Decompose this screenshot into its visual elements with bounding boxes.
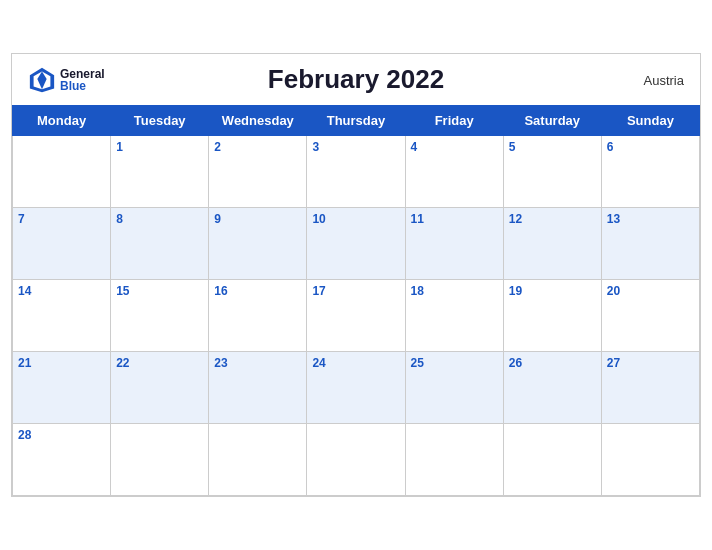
week-row-5: 28 — [13, 424, 700, 496]
calendar-cell: 25 — [405, 352, 503, 424]
calendar-cell: 1 — [111, 136, 209, 208]
day-number: 21 — [18, 356, 105, 370]
day-number: 26 — [509, 356, 596, 370]
calendar-cell: 22 — [111, 352, 209, 424]
day-number: 11 — [411, 212, 498, 226]
calendar-cell: 14 — [13, 280, 111, 352]
day-number: 1 — [116, 140, 203, 154]
day-number: 4 — [411, 140, 498, 154]
calendar-cell: 26 — [503, 352, 601, 424]
day-number: 28 — [18, 428, 105, 442]
day-number: 16 — [214, 284, 301, 298]
calendar-cell: 6 — [601, 136, 699, 208]
calendar-title: February 2022 — [268, 64, 444, 95]
weekday-header-row: Monday Tuesday Wednesday Thursday Friday… — [13, 106, 700, 136]
day-number: 19 — [509, 284, 596, 298]
day-number: 10 — [312, 212, 399, 226]
header-monday: Monday — [13, 106, 111, 136]
calendar-cell: 2 — [209, 136, 307, 208]
day-number: 8 — [116, 212, 203, 226]
calendar-cell: 27 — [601, 352, 699, 424]
calendar-cell: 7 — [13, 208, 111, 280]
calendar-cell: 17 — [307, 280, 405, 352]
day-number: 24 — [312, 356, 399, 370]
week-row-4: 21222324252627 — [13, 352, 700, 424]
logo: General Blue — [28, 66, 105, 94]
day-number: 18 — [411, 284, 498, 298]
header-saturday: Saturday — [503, 106, 601, 136]
calendar-cell: 11 — [405, 208, 503, 280]
calendar-cell: 3 — [307, 136, 405, 208]
calendar-cell — [307, 424, 405, 496]
day-number: 9 — [214, 212, 301, 226]
calendar-cell: 12 — [503, 208, 601, 280]
calendar-cell — [601, 424, 699, 496]
header-thursday: Thursday — [307, 106, 405, 136]
logo-blue-text: Blue — [60, 80, 105, 92]
week-row-2: 78910111213 — [13, 208, 700, 280]
day-number: 20 — [607, 284, 694, 298]
day-number: 3 — [312, 140, 399, 154]
day-number: 15 — [116, 284, 203, 298]
calendar-cell — [503, 424, 601, 496]
calendar-cell: 19 — [503, 280, 601, 352]
calendar-cell: 28 — [13, 424, 111, 496]
day-number: 7 — [18, 212, 105, 226]
week-row-3: 14151617181920 — [13, 280, 700, 352]
day-number: 13 — [607, 212, 694, 226]
day-number: 2 — [214, 140, 301, 154]
calendar-cell: 9 — [209, 208, 307, 280]
calendar-cell: 20 — [601, 280, 699, 352]
calendar-cell: 13 — [601, 208, 699, 280]
calendar-body: 1234567891011121314151617181920212223242… — [13, 136, 700, 496]
day-number: 22 — [116, 356, 203, 370]
day-number: 25 — [411, 356, 498, 370]
calendar-cell — [209, 424, 307, 496]
header-sunday: Sunday — [601, 106, 699, 136]
day-number: 17 — [312, 284, 399, 298]
country-label: Austria — [644, 72, 684, 87]
header-tuesday: Tuesday — [111, 106, 209, 136]
day-number: 6 — [607, 140, 694, 154]
calendar-cell — [405, 424, 503, 496]
calendar-cell — [13, 136, 111, 208]
calendar-cell: 5 — [503, 136, 601, 208]
calendar-cell: 21 — [13, 352, 111, 424]
calendar-cell — [111, 424, 209, 496]
day-number: 12 — [509, 212, 596, 226]
calendar-header: General Blue February 2022 Austria — [12, 54, 700, 105]
generalblue-icon — [28, 66, 56, 94]
day-number: 27 — [607, 356, 694, 370]
day-number: 14 — [18, 284, 105, 298]
day-number: 23 — [214, 356, 301, 370]
calendar-cell: 18 — [405, 280, 503, 352]
header-friday: Friday — [405, 106, 503, 136]
calendar-cell: 8 — [111, 208, 209, 280]
calendar: General Blue February 2022 Austria Monda… — [11, 53, 701, 497]
calendar-cell: 24 — [307, 352, 405, 424]
calendar-cell: 16 — [209, 280, 307, 352]
calendar-cell: 23 — [209, 352, 307, 424]
calendar-cell: 4 — [405, 136, 503, 208]
day-number: 5 — [509, 140, 596, 154]
header-wednesday: Wednesday — [209, 106, 307, 136]
week-row-1: 123456 — [13, 136, 700, 208]
calendar-cell: 15 — [111, 280, 209, 352]
calendar-table: Monday Tuesday Wednesday Thursday Friday… — [12, 105, 700, 496]
calendar-cell: 10 — [307, 208, 405, 280]
